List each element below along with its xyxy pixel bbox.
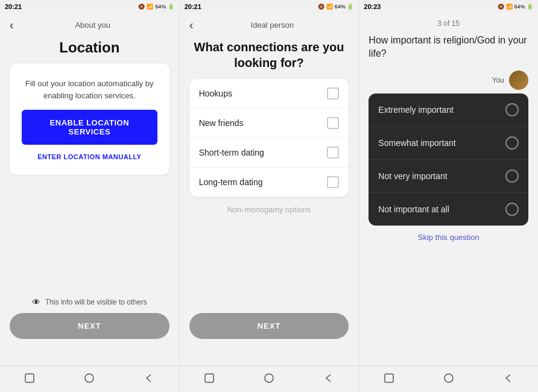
religion-question: How important is religion/God in your li…: [359, 29, 538, 68]
location-card: Fill out your location automatically by …: [10, 63, 169, 175]
nav-square-3[interactable]: [384, 373, 394, 386]
svg-rect-2: [205, 374, 214, 382]
status-icons-3: 🔕 📶 64% 🔋: [498, 4, 534, 10]
short-term-checkbox[interactable]: [327, 147, 339, 159]
next-button-location[interactable]: NEXT: [10, 313, 169, 339]
answer-not-at-all-radio[interactable]: [505, 203, 519, 216]
answer-not-at-all-label: Not important at all: [378, 204, 449, 214]
nav-bar-3: [359, 366, 538, 392]
answer-not-at-all[interactable]: Not important at all: [369, 193, 528, 226]
time-1: 20:21: [5, 3, 22, 10]
answer-extremely-label: Extremely important: [378, 105, 453, 115]
nav-circle-1[interactable]: [84, 373, 95, 386]
skip-question-link[interactable]: Skip this question: [359, 226, 538, 249]
connections-title: What connections are you looking for?: [180, 37, 359, 79]
hookups-label: Hookups: [199, 89, 232, 98]
location-header: ‹ About you: [0, 13, 179, 37]
answer-options-card: Extremely important Somewhat important N…: [369, 93, 528, 226]
mute-icon-2: 🔕: [318, 4, 324, 10]
mute-icon-3: 🔕: [498, 4, 504, 10]
new-friends-option[interactable]: New friends: [189, 109, 349, 138]
nav-bar-1: [0, 366, 180, 392]
new-friends-checkbox[interactable]: [327, 117, 339, 129]
status-bar-3: 20:23 🔕 📶 64% 🔋: [359, 0, 538, 13]
step-label: 3 of 15: [359, 13, 538, 29]
wifi-icon: 📶: [147, 4, 153, 10]
time-3: 20:23: [364, 3, 381, 10]
status-icons-1: 🔕 📶 64% 🔋: [138, 4, 174, 10]
long-term-checkbox[interactable]: [327, 176, 339, 188]
status-bar-2: 20:21 🔕 📶 64% 🔋: [180, 0, 359, 13]
answer-somewhat-radio[interactable]: [505, 136, 519, 150]
svg-rect-0: [25, 374, 34, 382]
hookups-option[interactable]: Hookups: [189, 79, 349, 109]
answer-extremely-radio[interactable]: [505, 103, 519, 116]
non-monogamy-link[interactable]: Non-monogamy options: [180, 197, 359, 223]
mute-icon: 🔕: [138, 4, 145, 10]
answer-not-very-radio[interactable]: [505, 169, 519, 183]
status-icons-2: 🔕 📶 64% 🔋: [318, 4, 354, 10]
user-bubble: You: [359, 68, 538, 93]
location-card-text: Fill out your location automatically by …: [22, 78, 157, 101]
svg-point-5: [445, 374, 453, 382]
nav-bar-2: [180, 366, 359, 392]
short-term-option[interactable]: Short-term dating: [189, 138, 349, 168]
nav-circle-2[interactable]: [264, 373, 274, 386]
back-button-location[interactable]: ‹: [10, 18, 14, 32]
answer-not-very[interactable]: Not very important: [369, 160, 528, 193]
location-header-title: About you: [16, 21, 169, 30]
connections-header: ‹ Ideal person: [180, 13, 359, 37]
nav-triangle-3[interactable]: [503, 373, 514, 386]
connections-header-title: Ideal person: [195, 21, 349, 30]
svg-point-3: [265, 374, 273, 382]
eye-icon: 👁: [32, 297, 40, 307]
battery-2: 64% 🔋: [335, 4, 354, 10]
hookups-checkbox[interactable]: [327, 87, 339, 100]
nav-square-2[interactable]: [204, 373, 215, 386]
battery-3: 64% 🔋: [514, 4, 534, 10]
time-2: 20:21: [185, 3, 201, 10]
connections-panel: ‹ Ideal person What connections are you …: [180, 13, 359, 365]
nav-triangle-1[interactable]: [144, 373, 154, 386]
answer-somewhat[interactable]: Somewhat important: [369, 127, 528, 160]
nav-circle-3[interactable]: [443, 373, 454, 386]
next-button-connections[interactable]: NEXT: [189, 313, 349, 339]
answer-extremely[interactable]: Extremely important: [369, 93, 528, 127]
location-title: Location: [0, 37, 179, 63]
short-term-label: Short-term dating: [199, 148, 264, 157]
svg-rect-4: [385, 374, 393, 382]
long-term-option[interactable]: Long-term dating: [189, 168, 349, 197]
svg-point-1: [85, 374, 93, 382]
answer-not-very-label: Not very important: [378, 171, 447, 181]
nav-triangle-2[interactable]: [323, 373, 334, 386]
back-button-connections[interactable]: ‹: [189, 18, 194, 32]
status-bar-1: 20:21 🔕 📶 64% 🔋: [0, 0, 180, 13]
new-friends-label: New friends: [199, 118, 244, 128]
connections-options-card: Hookups New friends Short-term dating Lo…: [189, 79, 349, 197]
manual-location-link[interactable]: ENTER LOCATION MANUALLY: [37, 153, 141, 160]
user-label: You: [492, 76, 504, 84]
enable-location-button[interactable]: ENABLE LOCATION SERVICES: [22, 110, 157, 145]
info-text: This info will be visible to others: [45, 298, 147, 306]
location-panel: ‹ About you Location Fill out your locat…: [0, 13, 180, 365]
wifi-icon-2: 📶: [326, 4, 333, 10]
wifi-icon-3: 📶: [506, 4, 513, 10]
info-row: 👁 This info will be visible to others: [32, 297, 147, 307]
religion-panel: 3 of 15 How important is religion/God in…: [359, 13, 538, 365]
answer-somewhat-label: Somewhat important: [378, 138, 455, 148]
nav-square-1[interactable]: [24, 373, 35, 386]
battery-1: 64% 🔋: [155, 4, 174, 10]
user-avatar: [509, 71, 528, 90]
long-term-label: Long-term dating: [199, 177, 263, 187]
